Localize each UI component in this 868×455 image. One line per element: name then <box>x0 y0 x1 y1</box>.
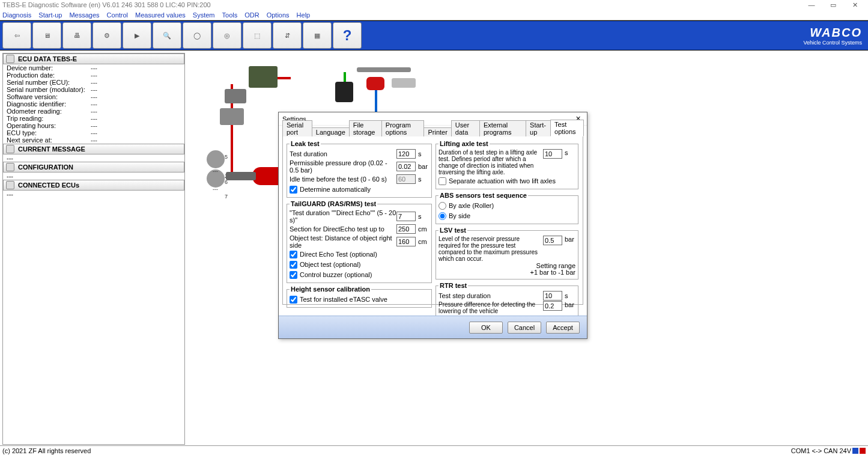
ecu-rows: Device number:---Production date:---Seri… <box>3 64 184 144</box>
menubar: Diagnosis Start-up Messages Control Meas… <box>0 10 868 20</box>
dialog-buttons: OK Cancel Accept <box>279 316 587 338</box>
chip-icon <box>6 55 14 63</box>
cancel-button[interactable]: Cancel <box>508 322 541 334</box>
tail-directecho-check[interactable] <box>290 251 297 258</box>
menu-options[interactable]: Options <box>267 11 290 19</box>
tail-object-input[interactable] <box>396 237 416 246</box>
group-lsv: LSV test Level of the reservoir pressure… <box>436 227 578 279</box>
close-icon[interactable]: ✕ <box>844 0 866 10</box>
tail-section-input[interactable] <box>396 224 416 234</box>
group-abs: ABS sensors test sequence By axle (Rolle… <box>436 192 578 224</box>
tb-btn-3[interactable]: 🖶 <box>62 22 91 49</box>
tab-start-up[interactable]: Start-up <box>526 120 551 136</box>
menu-tools[interactable]: Tools <box>222 11 238 19</box>
group-rtr: RTR test Test step durations Pressure di… <box>436 282 578 318</box>
sidebar-ecu-header: ECU DATA TEBS-E <box>3 53 184 64</box>
leak-idle-input <box>396 174 416 184</box>
group-tailguard: TailGUARD (RAS/RMS) test "Test duration … <box>287 200 432 283</box>
ecu-row: Odometer reading:--- <box>3 108 184 115</box>
tail-echo-input[interactable] <box>396 212 416 221</box>
tb-btn-11[interactable]: ▦ <box>303 22 332 49</box>
settings-dialog: Settings ✕ Serial portLanguageFile stora… <box>278 112 587 339</box>
tb-btn-5[interactable]: ▶ <box>123 22 151 49</box>
ecu-row: Device number:--- <box>3 64 184 72</box>
statusbar: (c) 2021 ZF All rights reserved COM1 <->… <box>0 445 868 455</box>
menu-messages[interactable]: Messages <box>69 11 99 19</box>
status-left: (c) 2021 ZF All rights reserved <box>2 447 91 454</box>
lift-duration-input[interactable] <box>543 149 562 159</box>
leak-auto-check[interactable] <box>290 186 297 194</box>
sidebar-conn-header: CONNECTED ECUs <box>3 180 184 191</box>
sidebar-cfg-header: CONFIGURATION <box>3 162 184 173</box>
ecu-row: Operating hours:--- <box>3 122 184 129</box>
group-lifting: Lifting axle test Duration of a test ste… <box>436 140 578 189</box>
tb-help-icon[interactable]: ? <box>333 22 362 49</box>
tab-language[interactable]: Language <box>312 127 350 136</box>
msg-row: --- <box>3 154 184 162</box>
tb-btn-1[interactable]: ⇦ <box>2 22 31 49</box>
brand: WABCO Vehicle Control Systems <box>803 26 862 46</box>
abs-byaxle-radio[interactable] <box>439 202 446 210</box>
menu-help[interactable]: Help <box>297 11 311 19</box>
group-leak: Leak test Test durations Permissible pre… <box>287 140 432 198</box>
ecu-row: Serial number (ECU):--- <box>3 79 184 86</box>
tail-objecttest-check[interactable] <box>290 261 297 269</box>
toolbar: ⇦ 🖥 🖶 ⚙ ▶ 🔍 ◯ ◎ ⬚ ⇵ ▦ ? WABCO Vehicle Co… <box>0 20 868 50</box>
conn-row: --- <box>3 191 184 198</box>
tab-program-options[interactable]: Program options <box>381 120 425 136</box>
menu-diagnosis[interactable]: Diagnosis <box>2 11 31 19</box>
lsv-input[interactable] <box>543 236 562 245</box>
ecu-row: Next service at:--- <box>3 136 184 144</box>
minimize-icon[interactable]: — <box>801 0 822 10</box>
tb-btn-6[interactable]: 🔍 <box>153 22 181 49</box>
ecu-row: Diagnostic identifier:--- <box>3 100 184 108</box>
tb-btn-9[interactable]: ⬚ <box>243 22 272 49</box>
cfg-row: --- <box>3 173 184 180</box>
tab-external-programs[interactable]: External programs <box>479 120 526 136</box>
rtr-step-input[interactable] <box>543 291 562 301</box>
ecu-row: Serial number (modulator):--- <box>3 86 184 93</box>
tb-btn-2[interactable]: 🖥 <box>32 22 61 49</box>
accept-button[interactable]: Accept <box>546 322 580 334</box>
menu-control[interactable]: Control <box>107 11 128 19</box>
tab-serial-port[interactable]: Serial port <box>282 120 312 136</box>
status-ind-red-icon <box>860 448 866 454</box>
ecu-row: Trip reading:--- <box>3 115 184 122</box>
brand-tag: Vehicle Control Systems <box>803 40 862 46</box>
tb-btn-10[interactable]: ⇵ <box>273 22 302 49</box>
tab-file-storage[interactable]: File storage <box>349 120 382 136</box>
ok-button[interactable]: OK <box>469 322 503 334</box>
tab-user-data[interactable]: User data <box>451 120 480 136</box>
dialog-tabbar: Serial portLanguageFile storageProgram o… <box>282 126 583 136</box>
tb-btn-7[interactable]: ◯ <box>183 22 211 49</box>
leak-drop-input[interactable] <box>396 162 416 171</box>
sidebar-msg-header: CURRENT MESSAGE <box>3 144 184 154</box>
menu-odr[interactable]: ODR <box>244 11 259 19</box>
brand-name: WABCO <box>803 26 862 40</box>
lift-separate-check[interactable] <box>439 177 446 185</box>
ecu-row: ECU type:--- <box>3 129 184 136</box>
window-title: TEBS-E Diagnostic Software (en) V6.01 24… <box>2 1 211 8</box>
link-icon <box>6 181 14 189</box>
status-right: COM1 <-> CAN 24V <box>791 447 851 454</box>
sidebar: ECU DATA TEBS-E Device number:---Product… <box>2 53 185 445</box>
menu-measured[interactable]: Measured values <box>135 11 186 19</box>
tb-btn-4[interactable]: ⚙ <box>93 22 121 49</box>
tab-test-options[interactable]: Test options <box>550 120 584 136</box>
height-etasc-check[interactable] <box>290 296 297 304</box>
maximize-icon[interactable]: ▭ <box>822 0 844 10</box>
menu-startup[interactable]: Start-up <box>38 11 62 19</box>
tb-btn-8[interactable]: ◎ <box>213 22 241 49</box>
window-titlebar: TEBS-E Diagnostic Software (en) V6.01 24… <box>0 0 868 10</box>
status-ind-blue-icon <box>852 448 858 454</box>
leak-duration-input[interactable] <box>396 149 416 159</box>
ecu-row: Software version:--- <box>3 93 184 100</box>
tab-printer[interactable]: Printer <box>423 127 451 136</box>
abs-byside-radio[interactable] <box>439 212 446 220</box>
rtr-press-input[interactable] <box>543 301 562 311</box>
tab-testoptions-page: Leak test Test durations Permissible pre… <box>282 136 583 305</box>
tail-buzzer-check[interactable] <box>290 271 297 279</box>
group-height: Height sensor calibration Test for insta… <box>287 286 432 308</box>
menu-system[interactable]: System <box>193 11 215 19</box>
magnify-icon <box>6 145 14 153</box>
